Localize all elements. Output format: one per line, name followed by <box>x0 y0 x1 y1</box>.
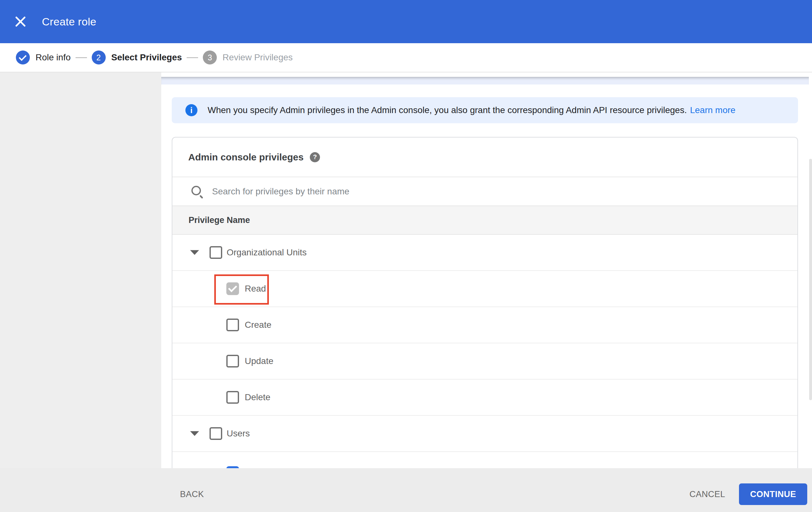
step-number: 3 <box>203 51 217 64</box>
wizard-stepper: Role info 2 Select Privileges 3 Review P… <box>0 43 812 73</box>
privilege-row-read: Read <box>172 271 798 307</box>
back-button[interactable]: BACK <box>180 489 204 499</box>
organizational-units-checkbox[interactable] <box>209 246 222 259</box>
create-checkbox[interactable] <box>226 319 239 331</box>
check-icon <box>19 53 27 61</box>
expand-arrow-icon[interactable] <box>190 431 199 436</box>
privilege-table-header: Privilege Name <box>172 206 798 235</box>
search-icon <box>191 186 203 197</box>
privilege-search-input[interactable] <box>211 186 752 197</box>
privilege-row-users: Users <box>172 416 798 452</box>
privilege-label: Create <box>245 320 271 330</box>
privilege-label: Update <box>245 356 273 366</box>
privilege-row-update: Update <box>172 343 798 380</box>
privilege-row-read: Read <box>172 452 798 468</box>
content-scroll-area: i When you specify Admin privileges in t… <box>161 73 812 468</box>
step-connector <box>187 57 198 58</box>
info-icon: i <box>185 104 198 116</box>
step-role-info[interactable]: Role info <box>16 51 71 64</box>
cancel-button[interactable]: CANCEL <box>690 489 725 499</box>
update-checkbox[interactable] <box>226 355 239 368</box>
delete-checkbox[interactable] <box>226 391 239 404</box>
card-header: Admin console privileges ? <box>172 137 798 177</box>
close-icon[interactable] <box>14 15 27 28</box>
privileges-table-body: Organizational UnitsReadCreateUpdateDele… <box>172 235 798 468</box>
privilege-row-create: Create <box>172 307 798 343</box>
dialog-header: Create role <box>0 0 812 43</box>
users-checkbox[interactable] <box>209 427 222 440</box>
step-label: Select Privileges <box>111 52 182 62</box>
left-sidebar <box>0 73 161 468</box>
dialog-title: Create role <box>42 16 96 28</box>
privilege-label: Delete <box>245 392 270 402</box>
privilege-row-organizational-units: Organizational Units <box>172 235 798 271</box>
help-icon[interactable]: ? <box>310 152 320 162</box>
step-connector <box>76 57 87 58</box>
info-banner-text: When you specify Admin privileges in the… <box>208 105 687 115</box>
create-role-dialog: Create role Role info 2 Select Privilege… <box>0 0 812 512</box>
column-header-privilege-name: Privilege Name <box>188 215 250 225</box>
privilege-row-delete: Delete <box>172 380 798 416</box>
dialog-footer: BACK CANCEL CONTINUE <box>0 468 812 512</box>
step-select-privileges[interactable]: 2 Select Privileges <box>92 51 182 64</box>
step-number: 2 <box>92 51 106 64</box>
admin-console-privileges-card: Admin console privileges ? Privilege Nam… <box>172 137 798 468</box>
info-banner: i When you specify Admin privileges in t… <box>172 97 798 123</box>
scrolled-element-edge <box>161 77 809 84</box>
highlight-box <box>214 274 269 304</box>
learn-more-link[interactable]: Learn more <box>690 105 735 115</box>
step-completed-circle <box>16 51 30 64</box>
expand-arrow-icon[interactable] <box>190 250 199 255</box>
scrollbar-thumb[interactable] <box>809 159 812 400</box>
privilege-search-row <box>172 177 798 206</box>
step-label: Role info <box>35 52 71 62</box>
step-review-privileges[interactable]: 3 Review Privileges <box>203 51 293 64</box>
privilege-label: Users <box>227 428 250 439</box>
card-title: Admin console privileges <box>188 152 303 163</box>
continue-button[interactable]: CONTINUE <box>739 483 807 505</box>
privilege-label: Organizational Units <box>227 247 307 258</box>
step-label: Review Privileges <box>223 52 293 62</box>
